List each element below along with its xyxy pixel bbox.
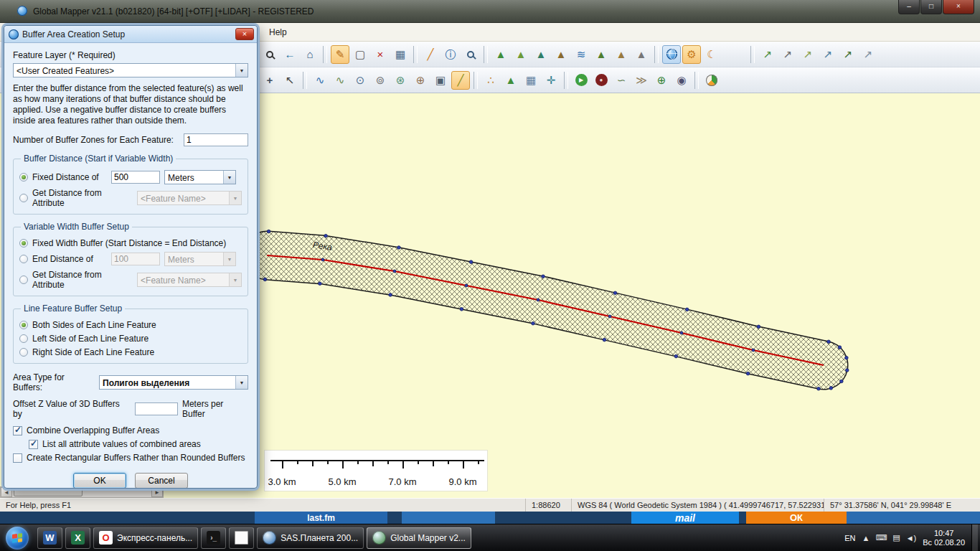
create-area-icon[interactable]: ▲ [501, 71, 520, 90]
scale-feature-icon[interactable]: ⊛ [391, 71, 410, 90]
line-create-icon[interactable]: ↗ [758, 45, 777, 64]
variable-attribute-label[interactable]: Get Distance from Attribute [32, 270, 133, 290]
both-sides-label[interactable]: Both Sides of Each Line Feature [32, 320, 156, 330]
dialog-close-icon[interactable]: × [235, 28, 254, 40]
combine-overlapping-checkbox[interactable] [13, 426, 22, 435]
taskbar-word[interactable]: W [37, 527, 62, 549]
line-vertex-icon[interactable]: ↗ [839, 45, 857, 64]
chevron-down-icon[interactable]: ▼ [235, 376, 248, 389]
pie-chart-icon[interactable] [702, 71, 721, 90]
line-smooth-icon[interactable]: ↗ [859, 45, 877, 64]
start-button[interactable] [6, 527, 29, 550]
buffer-tool-icon[interactable]: ╱ [451, 71, 470, 90]
select-rectangle-icon[interactable]: ▢ [351, 45, 369, 64]
ok-button[interactable]: OK [73, 473, 126, 488]
show-desktop-button[interactable] [971, 524, 978, 551]
create-grid-icon[interactable]: ▦ [522, 71, 540, 90]
background-browser-window[interactable]: last.fm mail ОК [0, 512, 980, 524]
create-range-ring-icon[interactable]: ✛ [542, 71, 560, 90]
language-indicator[interactable]: EN [844, 534, 855, 542]
end-distance-radio[interactable] [19, 255, 28, 263]
snap-vertex-icon[interactable]: ⊙ [351, 71, 369, 90]
dialog-titlebar[interactable]: Buffer Area Creation Setup × [4, 26, 257, 43]
fixed-distance-input[interactable] [111, 171, 160, 184]
end-distance-label[interactable]: End Distance of [32, 254, 107, 264]
create-elevation-grid-icon[interactable]: ▲ [491, 45, 510, 64]
distance-attribute-radio[interactable] [19, 194, 28, 202]
tray-keyboard-icon[interactable]: ⌨ [875, 533, 887, 542]
list-attributes-checkbox[interactable] [29, 440, 38, 449]
options-gear-icon[interactable]: ⚙ [682, 45, 701, 64]
watershed-icon[interactable]: ▲ [592, 45, 611, 64]
attribute-select-icon[interactable]: ▦ [391, 45, 410, 64]
tray-volume-icon[interactable]: ◄) [906, 534, 917, 542]
search-tool-icon[interactable] [461, 45, 480, 64]
distance-units-select[interactable]: Meters ▼ [164, 170, 236, 184]
area-type-select[interactable]: Полигон выделения ▼ [99, 375, 248, 390]
fixed-width-radio[interactable] [19, 239, 28, 248]
cancel-button[interactable]: Cancel [135, 473, 188, 488]
scroll-left-arrow[interactable]: ◄ [1, 487, 12, 497]
contour-generation-icon[interactable]: ≋ [572, 45, 590, 64]
rectangular-buffers-label[interactable]: Create Rectangular Buffers Rather than R… [27, 453, 245, 463]
slow-speed-turtle-icon[interactable]: ∽ [612, 71, 631, 90]
clear-selection-icon[interactable]: ↖ [281, 71, 299, 90]
clip-area-icon[interactable]: ▣ [431, 71, 450, 90]
measure-tool-icon[interactable]: ╱ [421, 45, 440, 64]
taskbar-global-mapper[interactable]: Global Mapper v2... [367, 527, 471, 549]
chevron-down-icon[interactable]: ▼ [223, 171, 235, 184]
terrain-compare-icon[interactable]: ▲ [532, 45, 550, 64]
taskbar-opera[interactable]: OЭкспресс-панель... [93, 527, 198, 549]
menu-help[interactable]: Help [263, 25, 293, 39]
combine-overlapping-label[interactable]: Combine Overlapping Buffer Areas [27, 425, 159, 435]
terrain-paint-icon[interactable]: ▲ [552, 45, 570, 64]
taskbar-document[interactable] [229, 527, 254, 549]
terrain-cut-fill-icon[interactable]: ▲ [612, 45, 631, 64]
taskbar-excel[interactable]: X [65, 527, 90, 549]
online-data-globe-icon[interactable] [662, 45, 681, 64]
fixed-distance-radio[interactable] [19, 173, 28, 182]
view-shed-icon[interactable]: ◉ [672, 71, 691, 90]
3d-view-icon[interactable]: ☾ [702, 45, 721, 64]
home-full-view-icon[interactable]: ⌂ [301, 45, 319, 64]
play-icon[interactable]: ▶ [572, 71, 590, 90]
move-vertex-icon[interactable]: ⊕ [411, 71, 430, 90]
tray-display-icon[interactable]: ▤ [892, 533, 900, 542]
scroll-thumb[interactable] [14, 488, 83, 496]
line-split-icon[interactable]: ↗ [798, 45, 817, 64]
taskbar-clock[interactable]: 10:47 Вс 02.08.20 [923, 529, 965, 547]
digitizer-pencil-icon[interactable]: ✎ [331, 45, 349, 64]
chevron-down-icon[interactable]: ▼ [235, 64, 248, 77]
combine-terrain-icon[interactable]: ▲ [512, 45, 530, 64]
fixed-distance-label[interactable]: Fixed Distance of [32, 172, 107, 182]
taskbar-sas-planet[interactable]: SAS.Планета 200... [257, 527, 364, 549]
create-point-icon[interactable]: ∴ [481, 71, 500, 90]
zoom-tool-icon[interactable] [260, 45, 279, 64]
distance-attribute-label[interactable]: Get Distance from Attribute [32, 188, 133, 208]
left-side-label[interactable]: Left Side of Each Line Feature [32, 334, 149, 344]
line-append-icon[interactable]: ↗ [778, 45, 797, 64]
add-overlay-icon[interactable]: ⊕ [652, 71, 671, 90]
reshape-line-icon[interactable]: ∿ [331, 71, 349, 90]
fixed-width-label[interactable]: Fixed Width Buffer (Start Distance = End… [32, 238, 226, 248]
rectangular-buffers-checkbox[interactable] [13, 453, 22, 463]
close-button[interactable]: × [943, 0, 974, 14]
maximize-button[interactable]: □ [920, 0, 942, 14]
delete-selected-icon[interactable]: × [371, 45, 390, 64]
list-attributes-label[interactable]: List all attribute values of combined ar… [42, 439, 201, 449]
pan-move-icon[interactable]: + [260, 71, 279, 90]
variable-attribute-radio[interactable] [19, 276, 28, 284]
offset-z-input[interactable] [135, 402, 178, 415]
rotate-feature-icon[interactable]: ⊚ [371, 71, 390, 90]
fast-speed-rabbit-icon[interactable]: ≫ [632, 71, 651, 90]
right-side-radio[interactable] [19, 348, 28, 357]
edit-vertices-icon[interactable]: ∿ [311, 71, 329, 90]
left-side-radio[interactable] [19, 334, 28, 343]
zoom-previous-icon[interactable]: ← [281, 45, 299, 64]
minimize-button[interactable]: – [898, 0, 920, 14]
feature-info-icon[interactable]: ⓘ [441, 45, 460, 64]
zones-input[interactable] [184, 133, 248, 146]
taskbar-app-dark[interactable]: ›_ [201, 527, 226, 549]
tray-expand-icon[interactable]: ▲ [862, 534, 870, 542]
right-side-label[interactable]: Right Side of Each Line Feature [32, 347, 154, 357]
